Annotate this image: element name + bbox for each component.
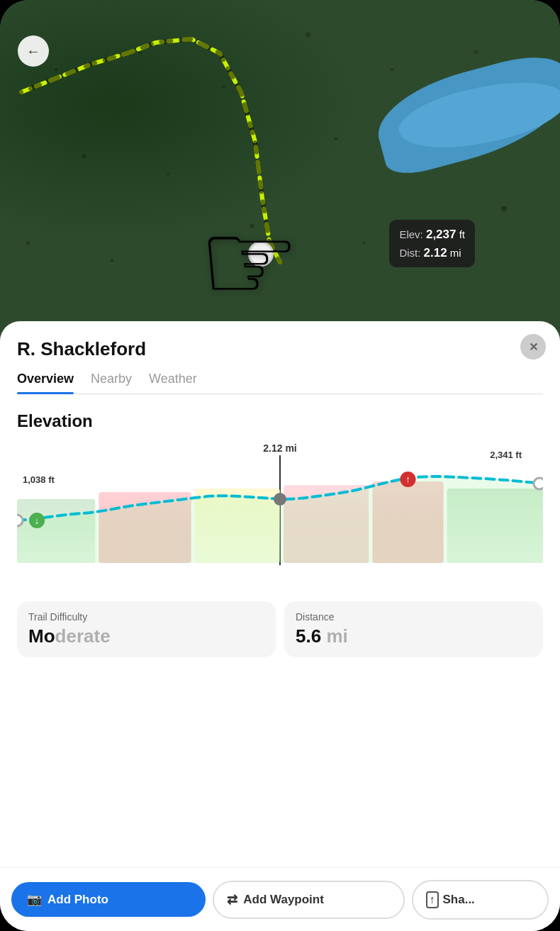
action-bar: 📷 Add Photo ⇄ Add Waypoint ↑ Sha... (0, 867, 560, 931)
add-photo-button[interactable]: 📷 Add Photo (11, 882, 206, 917)
tab-overview[interactable]: Overview (17, 372, 74, 394)
svg-point-6 (17, 515, 23, 526)
trail-difficulty-value: Moderate (28, 625, 264, 647)
share-icon: ↑ (426, 891, 439, 908)
elev-unit: ft (459, 228, 465, 240)
svg-text:↓: ↓ (35, 515, 40, 526)
close-button[interactable]: ✕ (520, 334, 546, 359)
elev-value: 2,237 (426, 228, 457, 241)
elevation-title: Elevation (17, 411, 543, 431)
distance-card: Distance 5.6 mi (284, 601, 543, 657)
trail-difficulty-card: Trail Difficulty Moderate (17, 601, 276, 657)
dist-unit: mi (450, 247, 461, 259)
share-button[interactable]: ↑ Sha... (412, 880, 549, 920)
back-button[interactable] (18, 35, 49, 67)
chart-dist-marker: 2.12 mi (263, 442, 296, 454)
tab-nearby[interactable]: Nearby (91, 372, 132, 394)
trail-difficulty-label: Trail Difficulty (28, 611, 264, 623)
add-waypoint-button[interactable]: ⇄ Add Waypoint (213, 881, 404, 919)
svg-text:↑: ↑ (405, 474, 410, 485)
add-waypoint-label: Add Waypoint (243, 893, 324, 907)
svg-point-9 (274, 493, 286, 506)
svg-point-12 (534, 478, 543, 489)
camera-icon: 📷 (27, 892, 42, 907)
dist-value: 2.12 (424, 246, 447, 260)
add-photo-label: Add Photo (47, 893, 108, 907)
map-pin (248, 241, 274, 267)
distance-value: 5.6 mi (296, 625, 532, 647)
map-view[interactable]: Elev: 2,237 ft Dist: 2.12 mi ☞ (0, 0, 560, 347)
elevation-chart[interactable]: 2.12 mi 1,038 ft 2,341 ft (17, 442, 543, 584)
tab-bar: Overview Nearby Weather (17, 372, 543, 394)
tab-weather[interactable]: Weather (149, 372, 197, 394)
share-label: Sha... (443, 893, 475, 907)
dist-label: Dist: (399, 247, 420, 259)
chart-svg: ↓ ↑ (17, 457, 543, 563)
trail-name: R. Shackleford (17, 338, 543, 360)
elev-label: Elev: (399, 228, 422, 240)
waypoint-icon: ⇄ (227, 892, 237, 908)
elevation-tooltip: Elev: 2,237 ft Dist: 2.12 mi (389, 220, 475, 267)
bottom-sheet: ✕ R. Shackleford Overview Nearby Weather… (0, 321, 560, 931)
info-cards-row: Trail Difficulty Moderate Distance 5.6 m… (17, 601, 543, 657)
trail-path (0, 0, 560, 347)
distance-label: Distance (296, 611, 532, 623)
